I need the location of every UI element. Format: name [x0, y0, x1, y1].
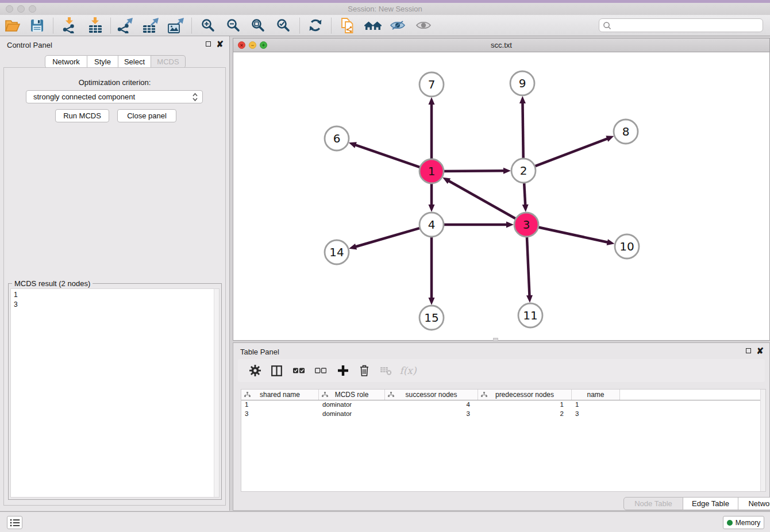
splitter-handle[interactable] — [493, 338, 498, 341]
export-image-button[interactable] — [166, 16, 186, 34]
cell-mcds-role: dominator — [319, 400, 385, 410]
refresh-button[interactable] — [306, 16, 325, 34]
close-panel-button[interactable]: Close panel — [117, 109, 176, 122]
close-table-panel-icon[interactable]: ✘ — [756, 348, 764, 354]
network-canvas[interactable]: 1234678910111415 — [233, 52, 769, 340]
run-mcds-button[interactable]: Run MCDS — [55, 109, 109, 122]
close-window-button[interactable] — [6, 5, 13, 13]
graph-edge-2-3[interactable] — [524, 182, 525, 206]
status-bar: Memory — [0, 511, 770, 532]
column-header-name[interactable]: name — [572, 390, 620, 400]
open-session-button[interactable] — [3, 16, 22, 34]
cell-name: 3 — [572, 410, 620, 419]
maximize-window-button[interactable] — [29, 5, 36, 13]
memory-button[interactable]: Memory — [723, 516, 764, 529]
graph-edge-4-14[interactable] — [355, 228, 421, 246]
edge-arrowhead — [522, 205, 529, 212]
table-row[interactable]: 3 dominator 3 2 3 — [241, 410, 765, 419]
tab-mcds[interactable]: MCDS — [151, 55, 186, 68]
table-settings-button[interactable] — [246, 361, 264, 380]
table-scrollbar[interactable] — [760, 390, 765, 491]
result-line: 3 — [14, 300, 216, 310]
zoom-selected-icon — [276, 18, 290, 32]
minimize-view-button[interactable]: − — [249, 41, 256, 49]
function-builder-button[interactable]: f(x) — [399, 361, 417, 380]
close-panel-icon[interactable]: ✘ — [216, 41, 224, 47]
network-graph[interactable]: 1234678910111415 — [233, 52, 769, 340]
minimize-window-button[interactable] — [17, 5, 25, 13]
mcds-panel: Optimization criterion: strongly connect… — [3, 67, 226, 506]
tab-node-table[interactable]: Node Table — [623, 497, 683, 510]
tab-style[interactable]: Style — [87, 55, 118, 68]
cell-predecessor-nodes: 1 — [478, 400, 572, 410]
import-network-button[interactable] — [59, 16, 79, 34]
delete-table-button[interactable] — [377, 361, 395, 380]
hide-selected-button[interactable] — [388, 16, 407, 34]
criterion-select[interactable]: strongly connected component — [26, 90, 203, 103]
clone-network-icon — [340, 18, 355, 33]
toolbar-separator — [191, 18, 192, 33]
network-window-titlebar[interactable]: × − + scc.txt — [233, 38, 769, 52]
fx-icon: f(x) — [399, 365, 416, 376]
column-type-icon — [244, 392, 251, 398]
zoom-out-button[interactable] — [224, 16, 243, 34]
graph-edge-1-2[interactable] — [442, 171, 505, 171]
plus-icon — [338, 365, 348, 376]
edge-arrowhead — [506, 222, 514, 228]
float-table-panel-icon[interactable] — [746, 348, 751, 353]
node-label: 9 — [519, 76, 526, 90]
column-header-predecessor-nodes[interactable]: predecessor nodes — [478, 390, 572, 400]
result-scrollbar[interactable] — [214, 289, 219, 497]
table-toolbar: f(x) — [238, 359, 765, 382]
search-field[interactable] — [599, 18, 763, 32]
tab-network[interactable]: Network — [45, 55, 87, 68]
criterion-select-value: strongly connected component — [33, 92, 192, 101]
edge-arrowhead — [607, 239, 615, 245]
control-panel-header: Control Panel ✘ — [0, 36, 229, 53]
graph-edge-3-11[interactable] — [527, 236, 530, 296]
close-view-button[interactable]: × — [238, 41, 245, 49]
tab-select[interactable]: Select — [118, 55, 151, 68]
window-controls[interactable] — [6, 5, 36, 13]
column-header-mcds-role[interactable]: MCDS role — [319, 390, 385, 400]
graph-edge-1-6[interactable] — [355, 145, 421, 168]
column-layout-button[interactable] — [267, 361, 286, 380]
delete-column-button[interactable] — [355, 361, 374, 380]
add-column-button[interactable] — [334, 361, 352, 380]
zoom-in-button[interactable] — [198, 16, 218, 34]
column-header-successor-nodes[interactable]: successor nodes — [385, 390, 478, 400]
float-panel-icon[interactable] — [206, 41, 211, 47]
app-titlebar: Session: New Session — [0, 3, 770, 15]
home-layout-button[interactable] — [363, 16, 383, 34]
tab-edge-table[interactable]: Edge Table — [683, 497, 738, 510]
column-header-shared-name[interactable]: shared name — [241, 390, 319, 400]
save-session-button[interactable] — [27, 16, 47, 34]
clone-network-button[interactable] — [338, 16, 357, 34]
select-all-columns-button[interactable] — [290, 361, 308, 380]
import-table-button[interactable] — [86, 16, 105, 34]
column-type-icon — [388, 392, 394, 398]
zoom-selected-button[interactable] — [274, 16, 293, 34]
graph-edge-3-10[interactable] — [537, 227, 609, 242]
node-table[interactable]: shared name MCDS role successor nodes pr… — [241, 389, 766, 492]
graph-edge-2-8[interactable] — [534, 138, 608, 167]
show-all-button[interactable] — [414, 16, 433, 34]
zoom-out-icon — [226, 18, 240, 32]
table-row[interactable]: 1 dominator 4 1 1 — [241, 400, 765, 410]
zoom-fit-button[interactable] — [248, 16, 268, 34]
graph-edge-3-1[interactable] — [448, 180, 517, 219]
edge-arrowhead — [349, 244, 357, 250]
column-type-icon — [481, 392, 487, 398]
task-history-button[interactable] — [7, 516, 22, 529]
tab-network-table[interactable]: Network Table — [738, 497, 770, 510]
deselect-all-columns-button[interactable] — [311, 361, 330, 380]
export-table-button[interactable] — [141, 16, 160, 34]
maximize-view-button[interactable]: + — [260, 41, 267, 49]
graph-edge-2-9[interactable] — [522, 102, 523, 160]
unchecked-boxes-icon — [315, 368, 326, 373]
export-network-button[interactable] — [116, 16, 135, 34]
network-view-window: × − + scc.txt 1234678910111415 — [233, 38, 770, 341]
table-panel-title: Table Panel — [240, 348, 279, 356]
search-input[interactable] — [611, 21, 759, 29]
mcds-result-text[interactable]: 1 3 — [10, 288, 220, 498]
